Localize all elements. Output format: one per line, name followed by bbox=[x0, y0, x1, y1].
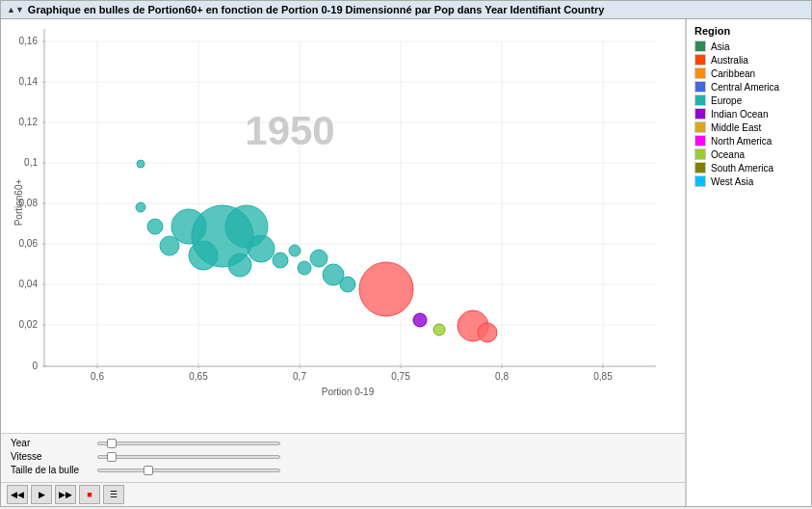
forward-button[interactable]: ▶▶ bbox=[55, 485, 76, 504]
speed-control: Vitesse bbox=[11, 451, 675, 462]
svg-text:0,06: 0,06 bbox=[19, 238, 39, 249]
legend-item: Caribbean bbox=[694, 67, 803, 79]
svg-point-69 bbox=[137, 160, 144, 168]
legend-title: Region bbox=[694, 25, 803, 37]
legend-color-swatch bbox=[694, 135, 706, 147]
svg-text:0,75: 0,75 bbox=[391, 371, 410, 382]
legend-items: Asia Australia Caribbean Central America… bbox=[694, 40, 803, 187]
chart-title: Graphique en bulles de Portion60+ en fon… bbox=[28, 4, 604, 15]
svg-point-61 bbox=[310, 250, 327, 267]
legend-item: Australia bbox=[694, 54, 803, 66]
svg-text:0,8: 0,8 bbox=[495, 371, 509, 382]
svg-text:0,16: 0,16 bbox=[19, 36, 39, 46]
svg-point-68 bbox=[478, 323, 497, 342]
legend-item-label: Oceana bbox=[711, 149, 745, 160]
legend-item-label: South America bbox=[711, 163, 773, 174]
svg-point-57 bbox=[136, 202, 145, 212]
legend-item: North America bbox=[694, 135, 803, 147]
legend-item: West Asia bbox=[694, 175, 803, 187]
bubble-size-control: Taille de la bulle bbox=[11, 465, 675, 475]
svg-text:0,04: 0,04 bbox=[19, 279, 39, 289]
controls-area: Year Vitesse Taille de la bulle bbox=[1, 433, 685, 482]
svg-point-63 bbox=[340, 277, 355, 292]
bubble-size-slider[interactable] bbox=[97, 469, 280, 472]
legend-item-label: North America bbox=[711, 136, 772, 147]
legend-area: Region Asia Australia Caribbean Central … bbox=[686, 19, 811, 506]
svg-text:0,02: 0,02 bbox=[19, 319, 39, 330]
legend-item: South America bbox=[694, 162, 803, 174]
playback-controls: ◀◀ ▶ ▶▶ ■ ☰ bbox=[1, 482, 685, 506]
svg-point-54 bbox=[248, 235, 275, 262]
svg-point-56 bbox=[147, 219, 163, 234]
legend-item: Europe bbox=[694, 94, 803, 106]
svg-point-59 bbox=[289, 245, 301, 256]
legend-item: Asia bbox=[694, 40, 803, 52]
back-button[interactable]: ◀◀ bbox=[7, 485, 28, 504]
svg-point-51 bbox=[189, 241, 218, 270]
legend-item: Middle East bbox=[694, 121, 803, 133]
year-control: Year bbox=[11, 438, 675, 448]
legend-item-label: Australia bbox=[711, 55, 748, 66]
svg-point-64 bbox=[359, 262, 413, 316]
svg-point-65 bbox=[413, 313, 427, 327]
svg-text:Portion 0-19: Portion 0-19 bbox=[322, 387, 375, 395]
collapse-icon[interactable]: ▲▼ bbox=[7, 5, 24, 14]
legend-item-label: Europe bbox=[711, 95, 742, 106]
svg-point-55 bbox=[228, 254, 251, 277]
svg-text:Portion60+: Portion60+ bbox=[13, 179, 24, 227]
svg-text:0,6: 0,6 bbox=[91, 371, 104, 382]
svg-point-66 bbox=[433, 324, 445, 335]
legend-item-label: Asia bbox=[711, 41, 729, 52]
legend-color-swatch bbox=[694, 81, 706, 93]
legend-color-swatch bbox=[694, 121, 706, 133]
legend-color-swatch bbox=[694, 162, 706, 174]
svg-point-58 bbox=[273, 253, 288, 268]
speed-slider[interactable] bbox=[97, 455, 280, 459]
legend-item-label: West Asia bbox=[711, 176, 753, 187]
svg-text:0,1: 0,1 bbox=[24, 157, 38, 168]
legend-color-swatch bbox=[694, 108, 706, 120]
svg-text:1950: 1950 bbox=[245, 108, 334, 153]
legend-item-label: Indian Ocean bbox=[711, 109, 769, 120]
chart-plot: 0 0,02 0,04 0,06 0,08 0,1 0,12 bbox=[1, 19, 685, 433]
svg-text:0,85: 0,85 bbox=[593, 371, 613, 382]
legend-item: Oceana bbox=[694, 148, 803, 160]
title-bar: ▲▼ Graphique en bulles de Portion60+ en … bbox=[0, 0, 812, 19]
settings-button[interactable]: ☰ bbox=[103, 485, 124, 504]
play-button[interactable]: ▶ bbox=[31, 485, 52, 504]
svg-text:0,65: 0,65 bbox=[189, 371, 208, 382]
legend-item: Indian Ocean bbox=[694, 108, 803, 120]
legend-color-swatch bbox=[694, 54, 706, 66]
svg-text:0,7: 0,7 bbox=[293, 371, 306, 382]
legend-item-label: Caribbean bbox=[711, 68, 755, 79]
svg-point-52 bbox=[160, 236, 179, 255]
year-label: Year bbox=[11, 438, 97, 448]
legend-color-swatch bbox=[694, 94, 706, 106]
svg-text:0,14: 0,14 bbox=[19, 76, 39, 87]
legend-item: Central America bbox=[694, 81, 803, 93]
bubble-size-label: Taille de la bulle bbox=[11, 465, 97, 475]
svg-point-60 bbox=[298, 261, 311, 275]
svg-text:0: 0 bbox=[32, 361, 38, 371]
legend-color-swatch bbox=[694, 67, 706, 79]
speed-label: Vitesse bbox=[11, 451, 97, 462]
legend-color-swatch bbox=[694, 175, 706, 187]
legend-color-swatch bbox=[694, 40, 706, 52]
legend-item-label: Middle East bbox=[711, 122, 761, 133]
year-slider[interactable] bbox=[97, 442, 280, 445]
legend-item-label: Central America bbox=[711, 82, 779, 93]
stop-button[interactable]: ■ bbox=[79, 485, 100, 504]
chart-svg: 0 0,02 0,04 0,06 0,08 0,1 0,12 bbox=[1, 19, 666, 395]
legend-color-swatch bbox=[694, 148, 706, 160]
svg-text:0,12: 0,12 bbox=[19, 117, 39, 127]
